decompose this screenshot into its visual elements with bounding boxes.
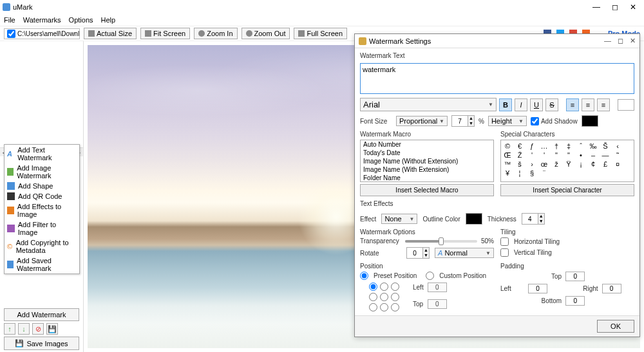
special-char[interactable]: ' <box>540 151 549 159</box>
macro-item[interactable]: Folder Name <box>361 174 493 182</box>
ok-button[interactable]: OK <box>597 320 634 333</box>
font-size-mode-select[interactable]: Proportional▼ <box>396 116 448 126</box>
preset-position-radio[interactable] <box>360 272 368 280</box>
dialog-minimize-button[interactable]: — <box>604 37 611 45</box>
insert-char-button[interactable]: Insert Special Character <box>500 184 634 196</box>
special-char[interactable]: ‹ <box>613 142 622 150</box>
special-char[interactable]: Š <box>601 142 610 150</box>
v-tiling-checkbox[interactable] <box>500 248 509 257</box>
effect-select[interactable]: None▼ <box>381 214 417 224</box>
position-grid[interactable] <box>369 283 400 311</box>
special-char[interactable]: © <box>503 142 512 150</box>
zoom-out-button[interactable]: Zoom Out <box>242 28 290 39</box>
custom-position-radio[interactable] <box>426 272 434 280</box>
thickness-spinner[interactable]: ▲▼ <box>522 213 545 225</box>
pad-bottom-input[interactable] <box>565 296 585 306</box>
font-family-select[interactable]: Arial▼ <box>360 98 497 111</box>
macro-item[interactable]: Auto Number <box>361 140 493 149</box>
special-char[interactable]: ¡ <box>576 160 585 168</box>
image-path-checkbox[interactable] <box>7 30 15 38</box>
menu-add-filter[interactable]: Add Filter to Image <box>5 219 79 237</box>
menu-add-copyright[interactable]: ©Add Copyright to Metadata <box>5 237 79 255</box>
move-up-button[interactable]: ↑ <box>4 323 15 335</box>
special-char[interactable]: ¦ <box>515 169 524 177</box>
underline-button[interactable]: U <box>530 98 543 111</box>
special-char[interactable]: ™ <box>503 160 512 168</box>
transparency-slider[interactable] <box>405 240 477 243</box>
special-char[interactable]: Œ <box>503 151 512 159</box>
watermark-text-input[interactable]: watermark <box>360 63 634 94</box>
rotate-spinner[interactable]: ▲▼ <box>406 247 430 259</box>
special-char[interactable]: " <box>552 151 561 159</box>
close-button[interactable]: ✕ <box>630 3 636 12</box>
menu-add-image-watermark[interactable]: Add Image Watermark <box>5 163 79 181</box>
add-shadow-checkbox[interactable] <box>531 117 539 125</box>
full-screen-button[interactable]: Full Screen <box>294 28 347 39</box>
image-path-box[interactable]: C:\Users\amell\Downloads\frank-n <box>4 28 80 39</box>
align-right-button[interactable]: ≡ <box>597 98 610 111</box>
flip-select[interactable]: A Normal▼ <box>435 248 494 258</box>
pad-right-input[interactable] <box>602 284 621 293</box>
align-center-button[interactable]: ≡ <box>582 98 594 111</box>
dialog-maximize-button[interactable]: ◻ <box>618 37 623 45</box>
text-color-picker[interactable] <box>618 99 634 111</box>
dialog-titlebar[interactable]: Watermark Settings — ◻ ✕ <box>355 34 639 48</box>
special-char[interactable]: ¨ <box>540 169 549 177</box>
delete-button[interactable]: ⊘ <box>32 323 44 335</box>
dialog-close-button[interactable]: ✕ <box>630 37 636 45</box>
menu-add-shape[interactable]: Add Shape <box>5 181 79 191</box>
special-char[interactable]: ' <box>527 151 536 159</box>
special-char[interactable]: – <box>589 151 598 159</box>
special-char[interactable]: ƒ <box>527 142 536 150</box>
macro-item[interactable]: Today's Date <box>361 149 493 157</box>
special-char[interactable]: Ÿ <box>564 160 573 168</box>
font-size-spinner[interactable]: ▲▼ <box>451 115 475 127</box>
special-char[interactable]: ‡ <box>564 142 573 150</box>
move-down-button[interactable]: ↓ <box>18 323 30 335</box>
special-char[interactable]: ˆ <box>576 142 585 150</box>
special-char[interactable]: ž <box>552 160 561 168</box>
special-char[interactable]: ‰ <box>589 142 598 150</box>
menu-add-qr-code[interactable]: Add QR Code <box>5 191 79 201</box>
save-watermark-button[interactable]: 💾 <box>46 323 58 335</box>
save-images-button[interactable]: 💾Save Images <box>4 337 79 350</box>
special-char[interactable]: § <box>527 169 536 177</box>
macro-listbox[interactable]: Auto Number Today's Date Image Name (Wit… <box>360 140 494 182</box>
special-char[interactable]: ˜ <box>613 151 622 159</box>
macro-item[interactable]: Image Name (With Extension) <box>361 165 493 174</box>
menu-add-effects[interactable]: Add Effects to Image <box>5 201 79 219</box>
zoom-in-button[interactable]: Zoom In <box>194 28 237 39</box>
menu-watermarks[interactable]: Watermarks <box>23 16 61 24</box>
align-left-button[interactable]: ≡ <box>566 98 579 111</box>
special-char[interactable]: ¢ <box>589 160 598 168</box>
maximize-button[interactable]: ◻ <box>612 3 618 12</box>
special-char[interactable]: " <box>564 151 573 159</box>
special-char[interactable]: † <box>552 142 561 150</box>
italic-button[interactable]: I <box>515 98 527 111</box>
menu-add-saved[interactable]: Add Saved Watermark <box>5 255 79 273</box>
special-char[interactable]: — <box>601 151 610 159</box>
actual-size-button[interactable]: Actual Size <box>84 28 137 39</box>
shadow-color-picker[interactable] <box>582 115 598 127</box>
special-char[interactable]: œ <box>540 160 549 168</box>
custom-left-input[interactable] <box>428 283 447 292</box>
special-char[interactable]: › <box>527 160 536 168</box>
strikethrough-button[interactable]: S <box>545 98 558 111</box>
special-char[interactable]: ¤ <box>613 160 622 168</box>
special-char[interactable]: • <box>576 151 585 159</box>
special-chars-box[interactable]: ©€ƒ…†‡ˆ‰Š‹ŒŽ''""•–—˜™š›œžŸ¡¢£¤¥¦§¨ <box>500 140 634 182</box>
special-char[interactable]: ¥ <box>503 169 512 177</box>
pad-left-input[interactable] <box>528 284 547 293</box>
special-char[interactable]: š <box>515 160 524 168</box>
fit-screen-button[interactable]: Fit Screen <box>140 28 190 39</box>
macro-item[interactable]: Image Name (Without Extension) <box>361 157 493 165</box>
outline-color-picker[interactable] <box>466 213 482 225</box>
minimize-button[interactable]: — <box>592 3 600 12</box>
special-char[interactable]: … <box>540 142 549 150</box>
menu-file[interactable]: File <box>4 16 15 24</box>
pad-top-input[interactable] <box>565 272 585 281</box>
add-watermark-button[interactable]: Add Watermark <box>4 308 79 321</box>
special-char[interactable]: Ž <box>515 151 524 159</box>
custom-top-input[interactable] <box>428 299 447 309</box>
h-tiling-checkbox[interactable] <box>500 237 509 246</box>
